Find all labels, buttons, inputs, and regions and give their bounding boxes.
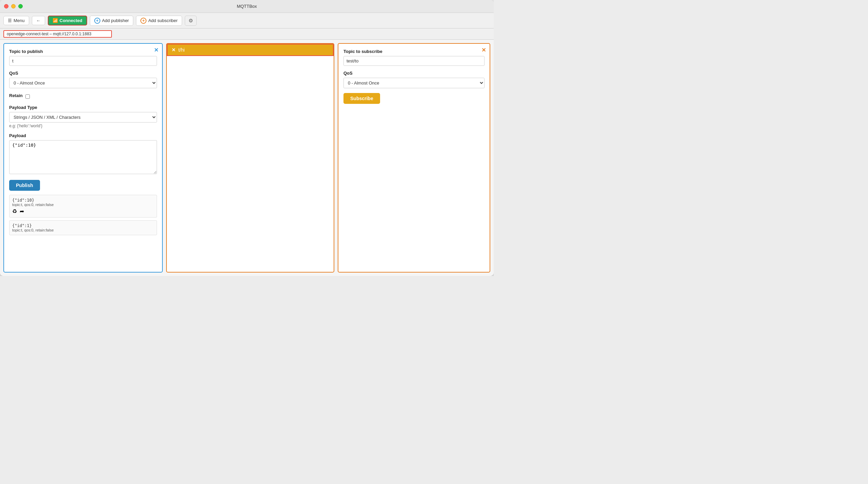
menu-label: Menu: [14, 18, 25, 23]
payload-type-label: Payload Type: [9, 105, 157, 110]
payload-row: Payload {"id":10}: [9, 133, 157, 175]
subscriber-close-button[interactable]: ✕: [480, 46, 487, 53]
app-window: MQTTBox ☰ Menu ← 📶 Connected + Add publi…: [0, 0, 494, 276]
menu-button[interactable]: ☰ Menu: [3, 16, 29, 25]
window-title: MQTTBox: [237, 4, 257, 9]
publisher-close-icon: ✕: [154, 47, 158, 53]
topic-publish-row: Topic to publish: [9, 49, 157, 66]
traffic-lights: [4, 4, 23, 8]
menu-icon: ☰: [8, 18, 12, 23]
main-content: ✕ Topic to publish QoS 0 - Almost Once 1…: [0, 40, 494, 276]
log1-resend-button[interactable]: ♻: [12, 208, 17, 215]
topic-subscribe-input[interactable]: [343, 56, 485, 66]
log1-resend-icon: ♻: [12, 208, 17, 214]
payload-textarea[interactable]: {"id":10}: [9, 140, 157, 174]
subscribe-button[interactable]: Subscribe: [343, 93, 380, 104]
topic-subscribe-label: Topic to subscribe: [343, 49, 485, 54]
publisher-panel-content: Topic to publish QoS 0 - Almost Once 1 -…: [4, 44, 162, 272]
payload-type-select[interactable]: Strings / JSON / XML / Characters Bytes …: [9, 112, 157, 123]
topic-bar: ✕ t/hi: [167, 44, 334, 56]
topic-subscribe-row: Topic to subscribe: [343, 49, 485, 66]
subscriber-qos-select[interactable]: 0 - Almost Once 1 - At Least Once 2 - Ex…: [343, 78, 485, 88]
retain-checkbox[interactable]: [25, 94, 30, 99]
publisher-panel: ✕ Topic to publish QoS 0 - Almost Once 1…: [3, 43, 163, 273]
subscriber-qos-label: QoS: [343, 71, 485, 76]
payload-type-row: Payload Type Strings / JSON / XML / Char…: [9, 105, 157, 128]
log1-actions: ♻ ➦: [12, 208, 154, 215]
add-publisher-button[interactable]: + Add publisher: [90, 16, 134, 26]
add-subscriber-button[interactable]: + Add subscriber: [136, 16, 182, 26]
log1-text: {"id":10}: [12, 198, 154, 203]
close-button[interactable]: [4, 4, 8, 8]
add-subscriber-icon: +: [140, 18, 146, 24]
payload-label: Payload: [9, 133, 157, 138]
publisher-close-button[interactable]: ✕: [153, 46, 159, 53]
titlebar: MQTTBox: [0, 0, 494, 13]
back-icon: ←: [36, 18, 41, 23]
minimize-button[interactable]: [11, 4, 16, 8]
add-subscriber-label: Add subscriber: [148, 18, 178, 23]
log2-text: {"id":1}: [12, 223, 154, 228]
middle-panel: ✕ t/hi: [166, 43, 334, 273]
gear-icon: ⚙: [189, 18, 193, 23]
topic-bar-name: t/hi: [178, 47, 185, 53]
maximize-button[interactable]: [18, 4, 23, 8]
subscriber-qos-row: QoS 0 - Almost Once 1 - At Least Once 2 …: [343, 71, 485, 88]
back-button[interactable]: ←: [32, 16, 45, 25]
qos-row: QoS 0 - Almost Once 1 - At Least Once 2 …: [9, 71, 157, 88]
connection-url-input[interactable]: [3, 30, 112, 38]
topic-bar-close-button[interactable]: ✕: [172, 47, 176, 53]
subscriber-close-icon: ✕: [481, 47, 486, 53]
settings-button[interactable]: ⚙: [185, 16, 197, 26]
message-log-1: {"id":10} topic:t, qos:0, retain:false ♻…: [9, 195, 157, 218]
payload-hint: e.g: {'hello':'world'}: [9, 124, 157, 128]
publish-button[interactable]: Publish: [9, 180, 40, 191]
toolbar: ☰ Menu ← 📶 Connected + Add publisher + A…: [0, 13, 494, 29]
qos-select[interactable]: 0 - Almost Once 1 - At Least Once 2 - Ex…: [9, 78, 157, 88]
connected-button[interactable]: 📶 Connected: [48, 16, 87, 25]
add-publisher-icon: +: [94, 18, 100, 24]
connected-label: Connected: [60, 18, 82, 23]
log1-share-icon: ➦: [20, 208, 24, 214]
log2-meta: topic:t, qos:0, retain:false: [12, 228, 154, 232]
subscriber-panel: ✕ Topic to subscribe QoS 0 - Almost Once…: [338, 43, 490, 273]
topic-publish-label: Topic to publish: [9, 49, 157, 54]
log1-meta: topic:t, qos:0, retain:false: [12, 203, 154, 207]
retain-label: Retain: [9, 93, 23, 98]
qos-label: QoS: [9, 71, 157, 76]
urlbar: [0, 29, 494, 40]
subscriber-panel-content: Topic to subscribe QoS 0 - Almost Once 1…: [338, 44, 490, 272]
topic-publish-input[interactable]: [9, 56, 157, 66]
retain-row: Retain: [9, 93, 157, 100]
log1-share-button[interactable]: ➦: [20, 208, 24, 215]
message-log-2: {"id":1} topic:t, qos:0, retain:false: [9, 220, 157, 235]
signal-icon: 📶: [53, 18, 58, 23]
add-publisher-label: Add publisher: [102, 18, 129, 23]
topic-close-icon: ✕: [172, 47, 176, 53]
